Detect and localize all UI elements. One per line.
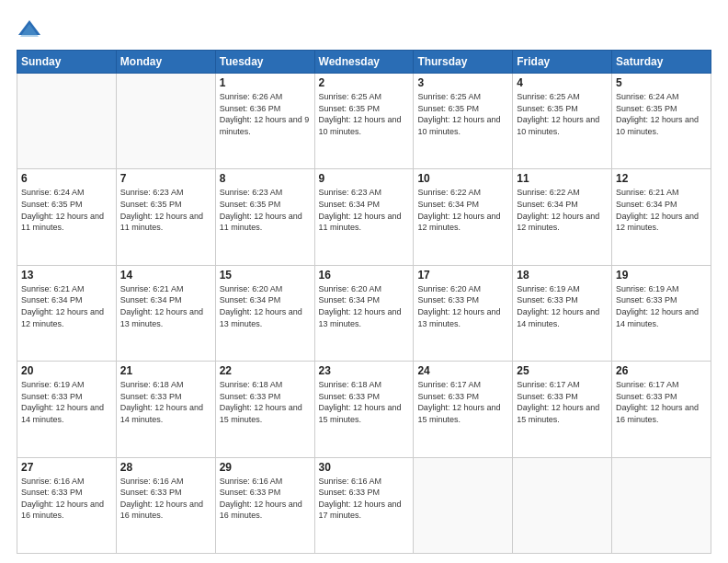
day-of-week-header: Wednesday xyxy=(314,51,414,74)
calendar-cell: 20Sunrise: 6:19 AM Sunset: 6:33 PM Dayli… xyxy=(17,362,117,457)
calendar-cell: 22Sunrise: 6:18 AM Sunset: 6:33 PM Dayli… xyxy=(215,362,314,457)
day-info: Sunrise: 6:17 AM Sunset: 6:33 PM Dayligh… xyxy=(616,379,707,425)
calendar-cell: 6Sunrise: 6:24 AM Sunset: 6:35 PM Daylig… xyxy=(17,169,117,265)
day-info: Sunrise: 6:18 AM Sunset: 6:33 PM Dayligh… xyxy=(120,379,211,425)
day-info: Sunrise: 6:21 AM Sunset: 6:34 PM Dayligh… xyxy=(120,283,211,329)
day-number: 4 xyxy=(517,76,608,89)
calendar-cell: 26Sunrise: 6:17 AM Sunset: 6:33 PM Dayli… xyxy=(612,362,711,457)
day-info: Sunrise: 6:23 AM Sunset: 6:35 PM Dayligh… xyxy=(220,187,311,233)
calendar-week-row: 1Sunrise: 6:26 AM Sunset: 6:36 PM Daylig… xyxy=(17,74,711,169)
day-info: Sunrise: 6:26 AM Sunset: 6:36 PM Dayligh… xyxy=(220,91,311,137)
calendar-cell: 3Sunrise: 6:25 AM Sunset: 6:35 PM Daylig… xyxy=(414,74,513,169)
calendar-cell: 12Sunrise: 6:21 AM Sunset: 6:34 PM Dayli… xyxy=(612,169,711,265)
day-number: 3 xyxy=(417,76,508,89)
calendar-cell: 27Sunrise: 6:16 AM Sunset: 6:33 PM Dayli… xyxy=(17,457,117,553)
day-info: Sunrise: 6:19 AM Sunset: 6:33 PM Dayligh… xyxy=(21,379,112,425)
day-number: 9 xyxy=(319,172,410,185)
day-of-week-header: Sunday xyxy=(17,51,117,74)
day-info: Sunrise: 6:20 AM Sunset: 6:33 PM Dayligh… xyxy=(417,283,508,329)
day-info: Sunrise: 6:16 AM Sunset: 6:33 PM Dayligh… xyxy=(319,476,410,522)
day-number: 16 xyxy=(319,269,410,282)
day-info: Sunrise: 6:16 AM Sunset: 6:33 PM Dayligh… xyxy=(21,476,112,522)
day-number: 23 xyxy=(319,364,410,377)
day-info: Sunrise: 6:21 AM Sunset: 6:34 PM Dayligh… xyxy=(616,187,707,233)
calendar-cell: 13Sunrise: 6:21 AM Sunset: 6:34 PM Dayli… xyxy=(17,265,117,361)
calendar-cell: 8Sunrise: 6:23 AM Sunset: 6:35 PM Daylig… xyxy=(215,169,314,265)
day-of-week-header: Tuesday xyxy=(215,51,314,74)
day-number: 21 xyxy=(120,364,211,377)
calendar-cell: 18Sunrise: 6:19 AM Sunset: 6:33 PM Dayli… xyxy=(513,265,612,361)
calendar-cell: 21Sunrise: 6:18 AM Sunset: 6:33 PM Dayli… xyxy=(116,362,215,457)
day-info: Sunrise: 6:24 AM Sunset: 6:35 PM Dayligh… xyxy=(616,91,707,137)
calendar-cell: 24Sunrise: 6:17 AM Sunset: 6:33 PM Dayli… xyxy=(414,362,513,457)
day-number: 6 xyxy=(21,172,112,185)
day-info: Sunrise: 6:18 AM Sunset: 6:33 PM Dayligh… xyxy=(220,379,311,425)
day-info: Sunrise: 6:24 AM Sunset: 6:35 PM Dayligh… xyxy=(21,187,112,233)
calendar-cell: 17Sunrise: 6:20 AM Sunset: 6:33 PM Dayli… xyxy=(414,265,513,361)
calendar-cell: 28Sunrise: 6:16 AM Sunset: 6:33 PM Dayli… xyxy=(116,457,215,553)
day-info: Sunrise: 6:23 AM Sunset: 6:34 PM Dayligh… xyxy=(319,187,410,233)
day-info: Sunrise: 6:21 AM Sunset: 6:34 PM Dayligh… xyxy=(21,283,112,329)
day-info: Sunrise: 6:16 AM Sunset: 6:33 PM Dayligh… xyxy=(120,476,211,522)
calendar-cell: 29Sunrise: 6:16 AM Sunset: 6:33 PM Dayli… xyxy=(215,457,314,553)
calendar-cell: 2Sunrise: 6:25 AM Sunset: 6:35 PM Daylig… xyxy=(314,74,414,169)
day-number: 1 xyxy=(220,76,311,89)
calendar-cell: 16Sunrise: 6:20 AM Sunset: 6:34 PM Dayli… xyxy=(314,265,414,361)
logo-icon xyxy=(17,17,42,42)
day-number: 13 xyxy=(21,269,112,282)
day-number: 18 xyxy=(517,269,608,282)
day-info: Sunrise: 6:19 AM Sunset: 6:33 PM Dayligh… xyxy=(517,283,608,329)
calendar-cell: 15Sunrise: 6:20 AM Sunset: 6:34 PM Dayli… xyxy=(215,265,314,361)
day-info: Sunrise: 6:22 AM Sunset: 6:34 PM Dayligh… xyxy=(417,187,508,233)
calendar-cell xyxy=(116,74,215,169)
day-number: 14 xyxy=(120,269,211,282)
day-number: 19 xyxy=(616,269,707,282)
day-number: 17 xyxy=(417,269,508,282)
day-of-week-header: Thursday xyxy=(414,51,513,74)
calendar-cell: 7Sunrise: 6:23 AM Sunset: 6:35 PM Daylig… xyxy=(116,169,215,265)
day-number: 10 xyxy=(417,172,508,185)
calendar-cell: 4Sunrise: 6:25 AM Sunset: 6:35 PM Daylig… xyxy=(513,74,612,169)
day-number: 12 xyxy=(616,172,707,185)
day-info: Sunrise: 6:20 AM Sunset: 6:34 PM Dayligh… xyxy=(220,283,311,329)
page: SundayMondayTuesdayWednesdayThursdayFrid… xyxy=(0,0,728,563)
day-info: Sunrise: 6:17 AM Sunset: 6:33 PM Dayligh… xyxy=(517,379,608,425)
day-of-week-header: Monday xyxy=(116,51,215,74)
calendar-week-row: 20Sunrise: 6:19 AM Sunset: 6:33 PM Dayli… xyxy=(17,362,711,457)
calendar-cell: 25Sunrise: 6:17 AM Sunset: 6:33 PM Dayli… xyxy=(513,362,612,457)
day-number: 15 xyxy=(220,269,311,282)
day-number: 25 xyxy=(517,364,608,377)
day-info: Sunrise: 6:25 AM Sunset: 6:35 PM Dayligh… xyxy=(319,91,410,137)
day-number: 8 xyxy=(220,172,311,185)
calendar-cell: 10Sunrise: 6:22 AM Sunset: 6:34 PM Dayli… xyxy=(414,169,513,265)
calendar-cell: 11Sunrise: 6:22 AM Sunset: 6:34 PM Dayli… xyxy=(513,169,612,265)
day-number: 28 xyxy=(120,461,211,474)
day-number: 5 xyxy=(616,76,707,89)
day-number: 20 xyxy=(21,364,112,377)
day-number: 29 xyxy=(220,461,311,474)
calendar-header-row: SundayMondayTuesdayWednesdayThursdayFrid… xyxy=(17,51,711,74)
day-info: Sunrise: 6:20 AM Sunset: 6:34 PM Dayligh… xyxy=(319,283,410,329)
calendar-cell: 9Sunrise: 6:23 AM Sunset: 6:34 PM Daylig… xyxy=(314,169,414,265)
calendar-cell: 19Sunrise: 6:19 AM Sunset: 6:33 PM Dayli… xyxy=(612,265,711,361)
calendar-cell xyxy=(513,457,612,553)
calendar-table: SundayMondayTuesdayWednesdayThursdayFrid… xyxy=(17,50,711,554)
calendar-cell xyxy=(414,457,513,553)
day-number: 26 xyxy=(616,364,707,377)
day-info: Sunrise: 6:25 AM Sunset: 6:35 PM Dayligh… xyxy=(417,91,508,137)
day-info: Sunrise: 6:19 AM Sunset: 6:33 PM Dayligh… xyxy=(616,283,707,329)
day-number: 11 xyxy=(517,172,608,185)
calendar-cell xyxy=(612,457,711,553)
day-of-week-header: Saturday xyxy=(612,51,711,74)
day-number: 24 xyxy=(417,364,508,377)
day-info: Sunrise: 6:17 AM Sunset: 6:33 PM Dayligh… xyxy=(417,379,508,425)
day-info: Sunrise: 6:16 AM Sunset: 6:33 PM Dayligh… xyxy=(220,476,311,522)
day-number: 27 xyxy=(21,461,112,474)
calendar-week-row: 13Sunrise: 6:21 AM Sunset: 6:34 PM Dayli… xyxy=(17,265,711,361)
calendar-cell: 1Sunrise: 6:26 AM Sunset: 6:36 PM Daylig… xyxy=(215,74,314,169)
calendar-cell: 5Sunrise: 6:24 AM Sunset: 6:35 PM Daylig… xyxy=(612,74,711,169)
header xyxy=(17,17,711,42)
calendar-cell: 30Sunrise: 6:16 AM Sunset: 6:33 PM Dayli… xyxy=(314,457,414,553)
day-number: 22 xyxy=(220,364,311,377)
day-number: 2 xyxy=(319,76,410,89)
